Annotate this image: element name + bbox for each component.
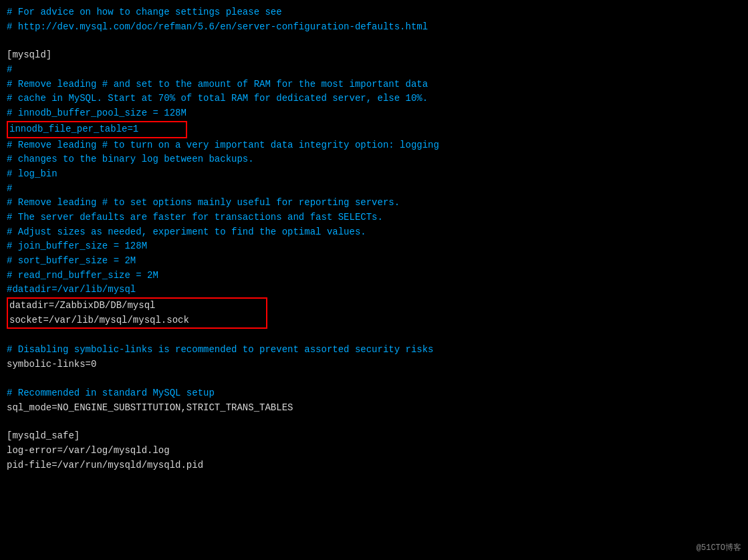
line-19: # read_rnd_buffer_size = 2M — [7, 269, 741, 283]
line-20: #datadir=/var/lib/mysql — [7, 283, 741, 297]
empty-line-3 — [7, 372, 741, 386]
line-16: # Adjust sizes as needed, experiment to … — [7, 225, 741, 240]
line-17: # join_buffer_size = 128M — [7, 239, 741, 254]
line-4: [mysqld] — [7, 48, 741, 63]
line-11: # changes to the binary log between back… — [7, 152, 741, 167]
empty-line-4 — [7, 415, 741, 429]
line-15: # The server defaults are faster for tra… — [7, 211, 741, 225]
line-7: # cache in MySQL. Start at 70% of total … — [7, 92, 741, 106]
line-30: [mysqld_safe] — [7, 429, 741, 444]
line-27: # Recommended in standard MySQL setup — [7, 386, 741, 401]
datadir-highlight-block: datadir=/ZabbixDB/DB/mysql socket=/var/l… — [7, 297, 267, 329]
line-2: # http://dev.mysql.com/doc/refman/5.6/en… — [7, 20, 741, 35]
empty-line-1 — [7, 34, 741, 48]
line-25: symbolic-links=0 — [7, 358, 741, 372]
line-12: # log_bin — [7, 167, 741, 182]
line-1: # For advice on how to change settings p… — [7, 5, 741, 20]
line-32: pid-file=/var/run/mysqld/mysqld.pid — [7, 458, 741, 473]
line-8: # innodb_buffer_pool_size = 128M — [7, 106, 741, 121]
empty-line-2 — [7, 329, 741, 343]
line-6: # Remove leading # and set to the amount… — [7, 78, 741, 92]
line-24: # Disabling symbolic-links is recommende… — [7, 343, 741, 358]
line-14: # Remove leading # to set options mainly… — [7, 196, 741, 211]
line-18: # sort_buffer_size = 2M — [7, 254, 741, 269]
line-31: log-error=/var/log/mysqld.log — [7, 444, 741, 458]
line-5: # — [7, 63, 741, 78]
line-22: socket=/var/lib/mysql/mysql.sock — [8, 313, 266, 328]
line-21: datadir=/ZabbixDB/DB/mysql — [8, 299, 266, 313]
line-28: sql_mode=NO_ENGINE_SUBSTITUTION,STRICT_T… — [7, 401, 741, 416]
terminal-window: # For advice on how to change settings p… — [0, 0, 748, 560]
line-13: # — [7, 182, 741, 196]
innodb-highlight: innodb_file_per_table=1 — [7, 121, 187, 138]
watermark: @51CTO博客 — [697, 542, 741, 553]
line-10: # Remove leading # to turn on a very imp… — [7, 138, 741, 153]
